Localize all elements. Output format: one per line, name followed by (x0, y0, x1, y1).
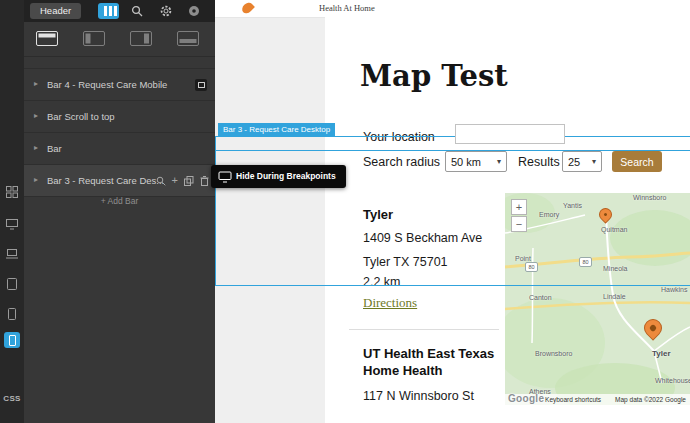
keyboard-shortcuts-link[interactable]: Keyboard shortcuts (545, 396, 601, 403)
bars-layout-button[interactable] (98, 3, 119, 19)
monitor-icon (218, 171, 232, 183)
tooltip-label: Hide During Breakpoints (236, 171, 336, 181)
google-map[interactable]: WinnsboroYantisEmoryQuitmanPointMineolaC… (505, 193, 690, 405)
results-divider (349, 329, 499, 330)
gear-icon[interactable] (160, 5, 172, 17)
elements-grid-icon[interactable] (6, 186, 18, 198)
caret-right-icon: ▸ (34, 175, 38, 184)
search-icon[interactable] (131, 5, 143, 17)
radius-label: Search radius (363, 155, 440, 169)
page-preview: Map Test Your location Search radius 50 … (325, 17, 690, 423)
location-label: Your location (363, 130, 435, 144)
google-logo: Google (508, 393, 544, 404)
directions-link[interactable]: Directions (363, 295, 417, 311)
trash-icon[interactable] (200, 176, 209, 186)
selection-outline-top (215, 136, 690, 137)
hide-during-breakpoints-tooltip[interactable]: Hide During Breakpoints (211, 165, 346, 188)
highway-shield: 80 (579, 257, 592, 267)
zoom-out-button[interactable]: − (511, 216, 527, 232)
selection-outline-left (215, 136, 216, 285)
caret-right-icon: ▸ (34, 79, 38, 88)
bar-label: Bar Scroll to top (47, 111, 115, 122)
columns-icon (104, 6, 117, 16)
phone-breakpoint-icon-active[interactable] (4, 332, 20, 348)
caret-right-icon: ▸ (34, 143, 38, 152)
map-label: Emory (539, 211, 559, 218)
results-value: 25 (568, 156, 580, 168)
result-address: 1409 S Beckham Ave (363, 231, 482, 245)
bar-list-item[interactable]: ▸ Bar (24, 133, 215, 165)
map-label: Quitman (601, 226, 627, 233)
duplicate-icon[interactable] (184, 176, 194, 186)
map-data-attribution: Map data ©2022 Google (615, 396, 686, 403)
site-logo-flame-icon (240, 1, 255, 16)
add-bar-button[interactable]: + Add Bar (24, 196, 215, 206)
bar-position-right-tab[interactable] (130, 31, 152, 46)
result-address: 117 N Winnsboro St (363, 389, 474, 403)
result-name: UT Health East Texas Home Health (363, 345, 503, 379)
tablet-breakpoint-icon[interactable] (6, 278, 18, 290)
map-pin-icon[interactable] (596, 205, 614, 223)
site-header: Health At Home (215, 0, 690, 18)
bar-list-item[interactable]: ▸ Bar 4 - Request Care Mobile (24, 69, 215, 101)
builder-panel: Header (24, 0, 215, 423)
caret-right-icon: ▸ (34, 111, 38, 120)
map-label: Tyler (652, 349, 671, 358)
bar-list-item-selected[interactable]: ▸ Bar 3 - Request Care Des... + (24, 165, 215, 197)
map-label: Canton (529, 294, 552, 301)
radius-select[interactable]: 50 km ▾ (445, 151, 507, 172)
selection-outline-bottom (215, 285, 690, 286)
map-label: Brownsboro (535, 350, 572, 357)
tablet-portrait-breakpoint-icon[interactable] (6, 308, 18, 320)
bar-label: Bar (47, 143, 62, 154)
radius-value: 50 km (451, 156, 481, 168)
results-select[interactable]: 25 ▾ (562, 151, 602, 172)
left-icon-strip: CSS (0, 0, 24, 423)
bar-row-actions: + (156, 165, 209, 196)
preview-canvas: Health At Home Map Test Your location Se… (215, 0, 690, 423)
chevron-down-icon: ▾ (592, 157, 596, 166)
app-window: CSS Header (0, 0, 690, 423)
bar-list: ▸ Bar 4 - Request Care Mobile ▸ Bar Scro… (24, 68, 215, 197)
bar-position-bottom-tab[interactable] (177, 31, 199, 46)
bar-position-left-tab[interactable] (83, 31, 105, 46)
site-name: Health At Home (319, 3, 375, 13)
result-distance: 2.2 km (363, 275, 401, 289)
result-address: Tyler TX 75701 (363, 255, 448, 269)
results-label: Results (518, 155, 560, 169)
laptop-breakpoint-icon[interactable] (6, 248, 18, 260)
bar-position-tabs (24, 22, 215, 57)
preview-search-icon[interactable] (156, 176, 166, 186)
map-label: Whitehouse (655, 377, 690, 384)
bar-label: Bar 4 - Request Care Mobile (47, 79, 167, 90)
chevron-down-icon: ▾ (497, 157, 501, 166)
selected-element-label[interactable]: Bar 3 - Request Care Desktop (218, 123, 335, 136)
page-title: Map Test (360, 59, 508, 93)
map-labels-layer: WinnsboroYantisEmoryQuitmanPointMineolaC… (505, 193, 690, 405)
highway-shield: 80 (525, 262, 538, 272)
result-name: Tyler (363, 206, 393, 223)
themeco-logo-icon[interactable] (188, 5, 200, 17)
add-icon[interactable]: + (172, 175, 178, 186)
location-input[interactable] (455, 124, 565, 144)
zoom-in-button[interactable]: + (511, 199, 527, 215)
bar-label: Bar 3 - Request Care Des... (47, 175, 164, 186)
map-label: Hawkins (661, 286, 687, 293)
bar-list-item[interactable]: ▸ Bar Scroll to top (24, 101, 215, 133)
map-label: Yantis (563, 202, 582, 209)
map-label: Point (515, 255, 531, 262)
css-panel-button[interactable]: CSS (0, 394, 24, 403)
header-button[interactable]: Header (30, 3, 81, 19)
map-label: Winnsboro (633, 194, 666, 201)
map-label: Lindale (603, 293, 626, 300)
search-button[interactable]: Search (612, 151, 662, 172)
map-pin-icon[interactable] (640, 315, 665, 340)
map-label: Mineola (603, 265, 628, 272)
bar-position-top-tab-active[interactable] (36, 31, 58, 46)
desktop-breakpoint-icon[interactable] (6, 218, 18, 230)
hidden-breakpoint-badge (195, 79, 207, 91)
builder-toolbar: Header (24, 0, 215, 22)
